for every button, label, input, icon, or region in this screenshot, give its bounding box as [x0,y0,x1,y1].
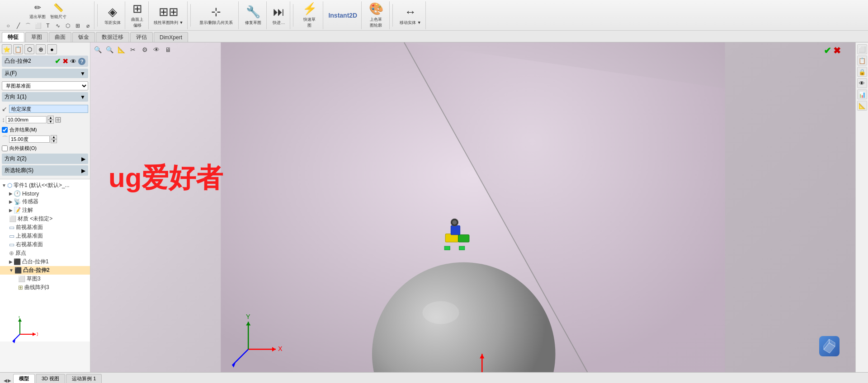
tree-boss2[interactable]: ▼ ⬛ 凸台-拉伸2 [0,266,90,275]
tool-rect[interactable]: ⬜ [33,22,42,29]
svg-point-12 [422,301,459,324]
dir-type-input[interactable]: 给定深度 [9,105,88,113]
rp-icon-2[interactable]: 🔒 [857,67,867,77]
rp-icon-5[interactable]: 📐 [857,101,867,111]
tab-datamigrate[interactable]: 数据迁移 [96,32,129,42]
exit-sketch-btn[interactable]: ✏ 退出草图 [28,0,47,21]
merge-checkbox[interactable] [2,127,8,133]
tab-surface[interactable]: 曲面 [49,32,71,42]
bottom-tab-model[interactable]: 模型 [13,374,35,383]
vp-monitor-btn[interactable]: 🖥 [163,44,174,55]
smart-dim-btn[interactable]: 📏 智能尺寸 [48,0,68,21]
selected-contours-label: 所选轮廓(S) [5,167,33,174]
tree-history-label: History [22,191,39,197]
tree-sketch3[interactable]: ⬜ 草图3 [0,275,90,283]
outward-draft-checkbox[interactable] [2,145,8,151]
from-section-header[interactable]: 从(F) ▼ [2,69,88,78]
tab-evaluate[interactable]: 评估 [130,32,153,42]
vp-view-btn[interactable]: 🔍 [104,44,115,55]
depth-expand-btn[interactable]: ⊞ [55,115,61,125]
tree-history[interactable]: ▶ 🕐 History [0,190,90,197]
move-entity-icon: ↔ [405,5,416,19]
move-entity-btn[interactable]: ↔ 移动实体 ▼ [397,2,423,28]
panel-dot-btn[interactable]: ● [47,44,57,54]
merge-row: 合并结果(M) [2,126,88,134]
direction2-section[interactable]: 方向 2(2) ▶ [2,154,88,164]
bottom-tab-3dview[interactable]: 3D 视图 [36,374,65,383]
depth-spin-down[interactable]: ▼ [47,120,54,124]
viewport: 🔍 🔍 📐 ✂ ⚙ 👁 🖥 ✔ ✖ [90,42,855,372]
tool-text[interactable]: T [43,22,52,29]
move-entity-label: 移动实体 ▼ [400,20,421,26]
quick-advance-btn[interactable]: ⏭ 快进… [270,2,287,28]
svg-marker-4 [18,318,22,322]
selected-contours-chevron: ▶ [81,168,85,174]
vp-search-btn[interactable]: 🔍 [92,44,103,55]
help-btn[interactable]: ? [78,58,85,65]
tree-pattern[interactable]: ⊞ 曲线阵列3 [0,283,90,292]
tree-boss1[interactable]: ▶ ⬛ 凸台-拉伸1 [0,257,90,266]
vp-cut-btn[interactable]: ✂ [127,44,138,55]
vp-dim-btn[interactable]: 📐 [116,44,127,55]
tool-line[interactable]: ╱ [14,22,23,29]
tab-arrow-right[interactable]: ▶ [8,378,11,383]
note-icon: 📝 [14,207,21,214]
tree-front-plane[interactable]: ▭ 前视基准面 [0,223,90,232]
tool-circle[interactable]: ○ [4,22,13,29]
linear-pattern-btn[interactable]: ⊞⊞ 线性草图阵列 ▼ [151,2,185,28]
selected-contours-section[interactable]: 所选轮廓(S) ▶ [2,165,88,176]
surface-offset-btn[interactable]: ⊞ 曲面上偏移 [129,2,146,28]
cancel-btn[interactable]: ✖ [833,45,841,56]
tree-root[interactable]: ▼ ⬡ 零件1 (默认<<默认>_... [0,181,90,190]
tree-sensor[interactable]: ▶ 📡 传感器 [0,197,90,206]
show-delete-relations-btn[interactable]: ⊹ 显示/删除几何关系 [197,2,236,28]
check-btn[interactable]: ✔ [55,57,61,65]
panel-copy-btn[interactable]: 📋 [13,44,23,54]
sketch3-icon: ⬜ [18,276,25,282]
rp-icon-3[interactable]: 👁 [857,78,867,88]
draft-spin-up[interactable]: ▲ [51,135,57,139]
from-dropdown[interactable]: 草图基准面 [2,81,88,90]
quick-sketch-btn[interactable]: ⚡ 快速草图 [300,2,319,28]
tool-misc2[interactable]: ⊞ [73,22,82,29]
instant2d-btn[interactable]: Instant2D [326,2,359,28]
tree-top-plane[interactable]: ▭ 上视基准面 [0,232,90,240]
panel-hex-btn[interactable]: ⬡ [24,44,34,54]
draft-row: ⌒ ▲ ▼ [2,134,88,144]
tree-material[interactable]: ⬜ 材质 <未指定> [0,215,90,223]
draft-input[interactable] [9,135,50,143]
tab-feature[interactable]: 特征 [2,32,24,42]
cross-btn[interactable]: ✖ [62,57,68,65]
rp-icon-0[interactable]: ⬜ [857,44,867,54]
panel-star-btn[interactable]: ⭐ [2,44,12,54]
color-sketch-btn[interactable]: 🎨 上色草图轮廓 [367,2,386,28]
sw-cube-icon[interactable] [817,334,842,359]
eye-btn[interactable]: 👁 [70,58,76,65]
direction1-section-header[interactable]: 方向 1(1) ▼ [2,92,88,102]
tree-origin[interactable]: ⊕ 原点 [0,249,90,257]
left-panel: ⭐ 📋 ⬡ ⊕ ● 凸台-拉伸2 ✔ ✖ 👁 ? 从(F) ▼ [0,42,90,372]
tool-arc[interactable]: ⌒ [24,22,33,30]
tree-note[interactable]: ▶ 📝 注解 [0,206,90,215]
draft-spin-down[interactable]: ▼ [51,139,57,143]
depth-spin-up[interactable]: ▲ [47,116,54,120]
tab-sheetmetal[interactable]: 钣金 [72,32,95,42]
tool-misc3[interactable]: ⌀ [83,22,92,29]
repair-sketch-btn[interactable]: 🔧 修复草图 [243,2,264,28]
depth-input[interactable] [6,116,47,123]
accept-btn[interactable]: ✔ [824,45,831,56]
tab-sketch[interactable]: 草图 [25,32,48,42]
rp-icon-4[interactable]: 📊 [857,89,867,99]
tab-arrow-left[interactable]: ◀ [4,378,7,383]
vp-eye-btn[interactable]: 👁 [151,44,162,55]
tool-misc1[interactable]: ⬡ [63,22,72,29]
tool-spline[interactable]: ∿ [53,22,62,29]
offset-btn[interactable]: ◈ 等距实体 [102,2,123,28]
vp-gear-btn[interactable]: ⚙ [139,44,150,55]
panel-add-btn[interactable]: ⊕ [36,44,46,54]
rp-icon-1[interactable]: 📋 [857,56,867,65]
from-content: 草图基准面 [2,79,88,92]
tab-dimxpert[interactable]: DimXpert [154,32,188,42]
tree-right-plane[interactable]: ▭ 右视基准面 [0,240,90,249]
bottom-tab-motion[interactable]: 运动算例 1 [66,374,102,383]
